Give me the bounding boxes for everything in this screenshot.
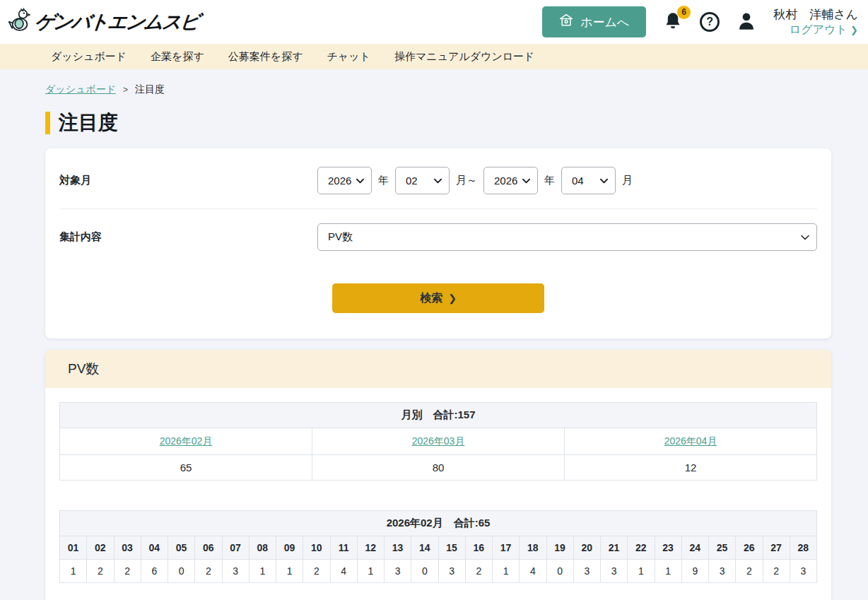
page-content: ダッシュボード > 注目度 注目度 対象月 2026 年 02 月～ 2026 xyxy=(45,83,831,600)
daily-day-header-cell: 23 xyxy=(655,536,681,560)
daily-day-header-cell: 06 xyxy=(195,536,222,560)
pv-results-body: 月別 合計:157 2026年02月2026年03月2026年04月 65801… xyxy=(45,388,831,600)
breadcrumb-separator: > xyxy=(123,85,128,95)
daily-value-cell: 3 xyxy=(385,560,411,583)
breadcrumb: ダッシュボード > 注目度 xyxy=(45,83,831,96)
daily-value-cell: 1 xyxy=(249,560,276,583)
person-icon xyxy=(737,11,756,34)
monthly-month-link[interactable]: 2026年02月 xyxy=(160,435,213,447)
daily-value-cell: 3 xyxy=(709,560,736,583)
chevron-down-icon xyxy=(801,235,809,240)
aggregation-controls: PV数 xyxy=(317,223,817,251)
nav-item-search-public-offers[interactable]: 公募案件を探す xyxy=(228,50,303,64)
month-to-select[interactable]: 04 xyxy=(561,167,616,194)
year-to-value: 2026 xyxy=(494,175,517,187)
account-button[interactable] xyxy=(737,11,756,34)
daily-days-row: 0102030405060708091011121314151617181920… xyxy=(60,536,817,560)
help-button[interactable]: ? xyxy=(700,12,720,32)
daily-day-header-cell: 27 xyxy=(763,536,790,560)
pv-results-card: PV数 月別 合計:157 2026年02月2026年03月2026年04月 6… xyxy=(45,350,831,600)
daily-value-cell: 3 xyxy=(601,560,628,583)
birdhouse-icon xyxy=(559,13,573,31)
aggregation-value: PV数 xyxy=(328,230,353,244)
pv-panel-title: PV数 xyxy=(45,350,831,388)
daily-value-cell: 3 xyxy=(790,560,816,583)
aggregation-row: 集計内容 PV数 xyxy=(59,209,817,265)
daily-day-header-cell: 16 xyxy=(465,536,492,560)
help-icon: ? xyxy=(700,12,720,32)
daily-value-cell: 0 xyxy=(546,560,573,583)
daily-value-cell: 1 xyxy=(493,560,520,583)
daily-day-header-cell: 20 xyxy=(573,536,600,560)
daily-day-header-cell: 01 xyxy=(60,536,87,560)
target-month-row: 対象月 2026 年 02 月～ 2026 年 04 xyxy=(59,153,817,209)
daily-day-header-cell: 18 xyxy=(520,536,546,560)
daily-day-header-cell: 10 xyxy=(303,536,330,560)
user-block: 秋村 洋輔さん ログアウト ❯ xyxy=(773,7,858,36)
logo-text: ゲンバトエンムスビ xyxy=(34,9,199,35)
monthly-caption-row: 月別 合計:157 xyxy=(60,403,817,428)
daily-value-cell: 2 xyxy=(736,560,763,583)
nav-item-dashboard[interactable]: ダッシュボード xyxy=(51,50,127,64)
monthly-months-row: 2026年02月2026年03月2026年04月 xyxy=(60,428,817,455)
daily-value-cell: 0 xyxy=(168,560,195,583)
daily-value-cell: 4 xyxy=(330,560,357,583)
notification-button[interactable]: 6 xyxy=(663,11,683,34)
daily-day-header-cell: 26 xyxy=(736,536,763,560)
daily-value-cell: 1 xyxy=(655,560,681,583)
daily-values-row: 1226023112413032140331193223 xyxy=(60,560,817,583)
nav-item-chat[interactable]: チャット xyxy=(327,50,370,64)
monthly-month-link[interactable]: 2026年04月 xyxy=(664,435,717,447)
daily-day-header-cell: 07 xyxy=(222,536,249,560)
search-button[interactable]: 検索 ❯ xyxy=(332,283,544,313)
daily-day-header-cell: 15 xyxy=(438,536,465,560)
monthly-month-cell: 2026年03月 xyxy=(312,428,565,455)
daily-day-header-cell: 08 xyxy=(249,536,276,560)
daily-value-cell: 6 xyxy=(141,560,168,583)
chevron-right-icon: ❯ xyxy=(850,25,858,35)
monthly-month-cell: 2026年02月 xyxy=(60,428,312,455)
home-button-label: ホームへ xyxy=(580,14,629,30)
daily-day-header-cell: 17 xyxy=(493,536,520,560)
daily-value-cell: 2 xyxy=(195,560,222,583)
aggregation-select[interactable]: PV数 xyxy=(317,223,817,251)
month-from-select[interactable]: 02 xyxy=(395,167,450,194)
daily-day-header-cell: 05 xyxy=(168,536,195,560)
monthly-month-link[interactable]: 2026年03月 xyxy=(412,435,465,447)
daily-day-header-cell: 12 xyxy=(357,536,384,560)
target-month-label: 対象月 xyxy=(59,174,317,187)
year-from-value: 2026 xyxy=(328,175,351,187)
chevron-down-icon xyxy=(434,178,442,184)
monthly-value-cell: 65 xyxy=(60,455,312,481)
daily-value-cell: 0 xyxy=(411,560,438,583)
monthly-month-cell: 2026年04月 xyxy=(565,428,817,455)
month-to-value: 04 xyxy=(572,175,584,187)
daily-caption-row: 2026年02月 合計:65 xyxy=(60,511,817,536)
daily-value-cell: 3 xyxy=(222,560,249,583)
daily-totals-table: 2026年02月 合計:65 0102030405060708091011121… xyxy=(59,510,817,583)
breadcrumb-current: 注目度 xyxy=(135,83,165,96)
nav-item-manual-download[interactable]: 操作マニュアルダウンロード xyxy=(394,50,535,64)
daily-day-header-cell: 11 xyxy=(330,536,357,560)
daily-value-cell: 1 xyxy=(276,560,303,583)
search-form-card: 対象月 2026 年 02 月～ 2026 年 04 xyxy=(45,148,831,339)
breadcrumb-dashboard-link[interactable]: ダッシュボード xyxy=(45,83,116,96)
daily-day-header-cell: 14 xyxy=(411,536,438,560)
daily-value-cell: 2 xyxy=(763,560,790,583)
search-button-label: 検索 xyxy=(420,291,442,306)
app-logo[interactable]: ゲンバトエンムスビ xyxy=(7,6,199,37)
main-nav: ダッシュボード 企業を探す 公募案件を探す チャット 操作マニュアルダウンロード xyxy=(0,44,868,69)
bird-mascot-icon xyxy=(7,6,33,37)
daily-day-header-cell: 03 xyxy=(114,536,141,560)
month-from-unit: 月～ xyxy=(456,174,477,187)
nav-item-search-companies[interactable]: 企業を探す xyxy=(151,50,204,64)
home-button[interactable]: ホームへ xyxy=(542,6,646,37)
logout-label: ログアウト xyxy=(790,23,848,35)
daily-caption: 2026年02月 合計:65 xyxy=(60,511,817,536)
chevron-right-icon: ❯ xyxy=(448,293,457,304)
logout-link[interactable]: ログアウト ❯ xyxy=(790,23,858,35)
year-from-select[interactable]: 2026 xyxy=(317,167,372,194)
target-month-controls: 2026 年 02 月～ 2026 年 04 月 xyxy=(317,167,817,194)
year-to-select[interactable]: 2026 xyxy=(483,167,538,194)
user-name: 秋村 洋輔さん xyxy=(773,7,858,22)
